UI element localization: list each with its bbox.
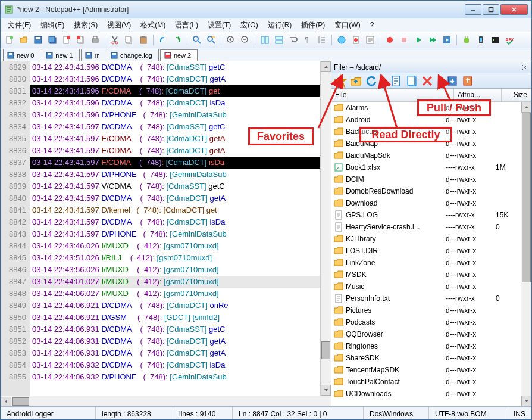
- android-icon[interactable]: [460, 33, 473, 46]
- device-icon[interactable]: [474, 33, 487, 46]
- tab-new-0[interactable]: new 0: [3, 49, 40, 61]
- minimize-button[interactable]: [465, 4, 481, 15]
- up-folder-icon[interactable]: [349, 74, 362, 88]
- filer-row[interactable]: Picturesd---rwxr-x: [331, 304, 521, 316]
- filer-row[interactable]: Downloadd---rwxr-x: [331, 197, 521, 209]
- menu-t[interactable]: 设置(T): [203, 19, 236, 32]
- open-file-icon[interactable]: [17, 33, 30, 46]
- filer-row[interactable]: Musicd---rwxr-x: [331, 281, 521, 293]
- filer-row[interactable]: LinkZoned---rwxr-x: [331, 257, 521, 269]
- macro-play-icon[interactable]: [412, 33, 425, 46]
- filer-row[interactable]: TouchPalContactd---rwxr-x: [331, 376, 521, 388]
- filer-row[interactable]: TencentMapSDKd---rwxr-x: [331, 364, 521, 376]
- console-icon[interactable]: [489, 33, 502, 46]
- macro-stop-icon[interactable]: [398, 33, 411, 46]
- indent-guide-icon[interactable]: [315, 33, 328, 46]
- menu-v[interactable]: 视图(V): [102, 19, 136, 32]
- filer-row[interactable]: GPS.LOG----rwxr-x15K: [331, 209, 521, 221]
- macro-play-multi-icon[interactable]: [426, 33, 439, 46]
- sync-v-icon[interactable]: [258, 33, 271, 46]
- col-size[interactable]: Size: [502, 89, 531, 101]
- doc-map-icon[interactable]: [349, 33, 362, 46]
- delete-icon[interactable]: [421, 74, 434, 88]
- filer-row[interactable]: ShareSDKd---rwxr-x: [331, 352, 521, 364]
- filer-row[interactable]: Alarmsd---rwxr-x: [331, 102, 521, 114]
- tab-rr[interactable]: rr: [81, 49, 105, 61]
- menu-[interactable]: ?: [365, 20, 379, 30]
- scroll-up-icon[interactable]: [321, 61, 331, 72]
- filer-row[interactable]: LOST.DIRd---rwxr-x: [331, 245, 521, 257]
- filer-row[interactable]: KJLibraryd---rwxr-x: [331, 233, 521, 245]
- refresh-icon[interactable]: [365, 74, 378, 88]
- vscroll-thumb[interactable]: [522, 113, 531, 282]
- undo-icon[interactable]: [157, 33, 170, 46]
- filer-row[interactable]: MSDKd---rwxr-x: [331, 269, 521, 281]
- col-attr[interactable]: Attrib...: [454, 89, 502, 101]
- read-file-icon[interactable]: [390, 74, 403, 88]
- filer-row[interactable]: BaiduMapd---rwxr-x: [331, 138, 521, 150]
- filer-row[interactable]: DomobResDownloadd---rwxr-x: [331, 185, 521, 197]
- function-list-icon[interactable]: [364, 33, 377, 46]
- menu-m[interactable]: 格式(M): [136, 19, 170, 32]
- filer-vscroll[interactable]: [521, 102, 531, 406]
- close-all-icon[interactable]: [74, 33, 87, 46]
- tab-new-2[interactable]: new 2: [160, 49, 198, 61]
- filer-header[interactable]: File Attrib... Size: [331, 89, 531, 102]
- filer-row[interactable]: BaiduMapSdkd---rwxr-x: [331, 150, 521, 161]
- menu-e[interactable]: 编辑(E): [36, 19, 69, 32]
- copy-icon[interactable]: [123, 33, 136, 46]
- zoom-in-icon[interactable]: [224, 33, 237, 46]
- wrap-icon[interactable]: [287, 33, 300, 46]
- save-icon[interactable]: [32, 33, 45, 46]
- menu-l[interactable]: 语言(L): [170, 19, 203, 32]
- zoom-out-icon[interactable]: [239, 33, 252, 46]
- cut-icon[interactable]: [108, 33, 121, 46]
- filer-row[interactable]: HeartyService-crash.l...----rwxr-x0: [331, 221, 521, 233]
- sync-h-icon[interactable]: [273, 33, 286, 46]
- find-icon[interactable]: [190, 33, 204, 46]
- filer-row[interactable]: Podcastsd---rwxr-x: [331, 316, 521, 328]
- macro-record-icon[interactable]: [383, 33, 396, 46]
- tab-change.log[interactable]: change.log: [107, 49, 159, 61]
- menu-p[interactable]: 插件(P): [296, 19, 330, 32]
- filer-row[interactable]: Backucupd---rwxr-x: [331, 126, 521, 138]
- editor-vscroll[interactable]: [320, 61, 331, 396]
- code-area[interactable]: 03-14 22:43:41.596 D/CDMA ( 748): [CdmaS…: [30, 61, 320, 396]
- redo-icon[interactable]: [171, 33, 184, 46]
- editor-hscroll[interactable]: [1, 396, 331, 406]
- maximize-button[interactable]: [483, 4, 499, 15]
- new-file-icon[interactable]: [3, 33, 16, 46]
- replace-icon[interactable]: [205, 33, 218, 46]
- filer-row[interactable]: PersonInfo.txt----rwxr-x0: [331, 293, 521, 304]
- filer-row[interactable]: Androidd---rwxr-x: [331, 114, 521, 126]
- paste-icon[interactable]: [137, 33, 150, 46]
- filer-list[interactable]: Alarmsd---rwxr-xAndroidd---rwxr-xBackucu…: [331, 102, 521, 406]
- lang-icon[interactable]: [335, 33, 348, 46]
- menu-w[interactable]: 窗口(W): [330, 19, 365, 32]
- scroll-left-icon[interactable]: [1, 397, 11, 406]
- filer-row[interactable]: UCDownloadsd---rwxr-x: [331, 388, 521, 400]
- filer-close-icon[interactable]: [521, 63, 529, 71]
- filer-row[interactable]: QQBrowserd---rwxr-x: [331, 328, 521, 340]
- col-file[interactable]: File: [331, 89, 454, 101]
- close-tab-icon[interactable]: [60, 33, 73, 46]
- editor[interactable]: 8829883088318832883388348835883688378838…: [1, 61, 331, 396]
- close-button[interactable]: [500, 4, 528, 15]
- filer-row[interactable]: Ringtonesd---rwxr-x: [331, 340, 521, 352]
- print-icon[interactable]: [89, 33, 102, 46]
- spellcheck-icon[interactable]: ABC: [503, 33, 516, 46]
- pull-icon[interactable]: [446, 74, 459, 88]
- favorite-star-icon[interactable]: [334, 74, 347, 88]
- menu-s[interactable]: 搜索(S): [69, 19, 102, 32]
- save-all-icon[interactable]: [46, 33, 59, 46]
- scroll-up-icon[interactable]: [521, 102, 531, 113]
- vscroll-thumb[interactable]: [321, 341, 330, 359]
- menu-r[interactable]: 运行(R): [263, 19, 297, 32]
- hscroll-thumb[interactable]: [12, 397, 29, 406]
- push-icon[interactable]: [461, 74, 474, 88]
- tab-new-1[interactable]: new 1: [42, 49, 79, 61]
- menu-f[interactable]: 文件(F): [3, 19, 36, 32]
- filer-row[interactable]: DCIMd---rwxr-x: [331, 173, 521, 185]
- read-multi-icon[interactable]: [405, 74, 418, 88]
- invisible-chars-icon[interactable]: ¶: [301, 33, 314, 46]
